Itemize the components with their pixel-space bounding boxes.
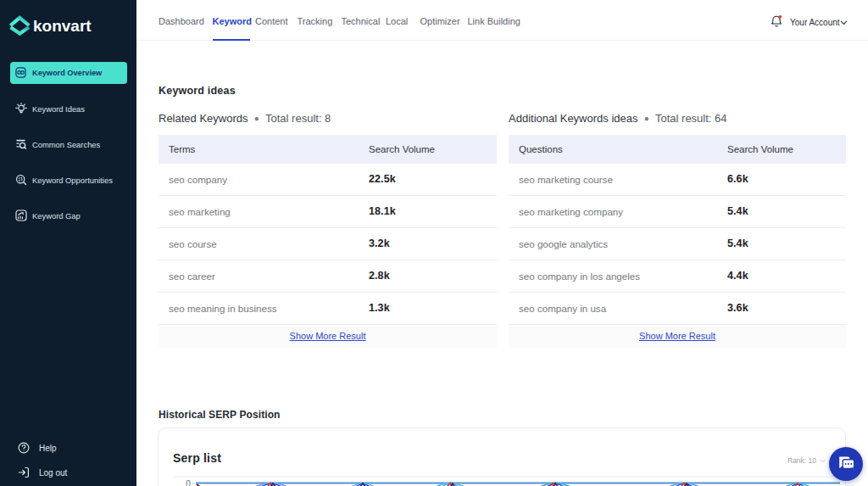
svg-text:0: 0: [186, 479, 191, 486]
